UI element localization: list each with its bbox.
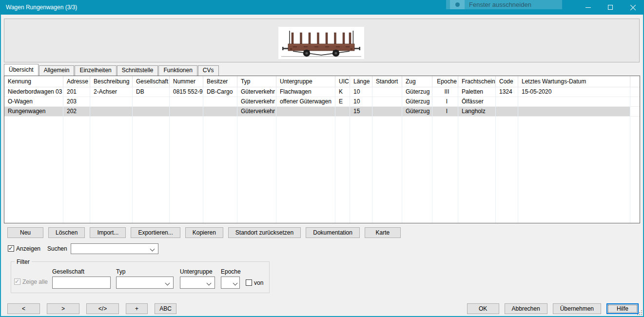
- column-header-besitzer[interactable]: Besitzer: [203, 76, 237, 87]
- table-filler: [4, 117, 640, 223]
- resize-grip-icon[interactable]: [637, 310, 642, 315]
- search-combobox[interactable]: [71, 243, 158, 254]
- minimize-button[interactable]: [577, 0, 599, 15]
- forward-button[interactable]: >: [47, 303, 79, 314]
- cell-nummer: 0815 552-9: [170, 87, 203, 97]
- uebernehmen-button[interactable]: Übernehmen: [553, 303, 601, 314]
- cell-adresse: 201: [63, 87, 90, 97]
- column-header-zug[interactable]: Zug: [402, 76, 432, 87]
- loeschen-button[interactable]: Löschen: [48, 227, 85, 238]
- hilfe-button[interactable]: Hilfe: [606, 303, 639, 314]
- close-button[interactable]: [622, 0, 644, 15]
- grid-column-uic: [335, 117, 350, 223]
- tab-allgemein[interactable]: Allgemein: [39, 65, 75, 76]
- column-header-kennung[interactable]: Kennung: [4, 76, 63, 87]
- anzeigen-checkbox[interactable]: [8, 245, 14, 252]
- cell-nummer: [170, 107, 203, 116]
- minimize-icon: [585, 7, 591, 8]
- cell-epoche: I: [432, 97, 458, 106]
- von-checkbox[interactable]: [246, 279, 252, 286]
- add-button[interactable]: +: [126, 303, 148, 314]
- cell-laenge: 10: [350, 97, 372, 106]
- column-header-laenge[interactable]: Länge: [350, 76, 372, 87]
- grid-column-epoche: [432, 117, 458, 223]
- abbrechen-button[interactable]: Abbrechen: [505, 303, 547, 314]
- maximize-button[interactable]: [599, 0, 622, 15]
- karte-button[interactable]: Karte: [365, 227, 401, 238]
- cell-besitzer: [203, 107, 237, 116]
- table-row-3[interactable]: Rungenwagen202Güterverkehr15GüterzugILan…: [4, 107, 640, 117]
- chevron-down-icon: [233, 281, 238, 286]
- standort-zuruecksetzen-button[interactable]: Standort zurücksetzen: [228, 227, 301, 238]
- cell-epoche: I: [432, 107, 458, 116]
- grid-column-code: [496, 117, 518, 223]
- table-row-1[interactable]: Niederbordwagen 032012-AchserDB0815 552-…: [4, 87, 640, 97]
- cell-kennung: Rungenwagen: [4, 107, 63, 116]
- cell-kennung: O-Wagen: [4, 97, 63, 106]
- typ-filter-combobox[interactable]: [116, 277, 174, 289]
- back-button[interactable]: <: [7, 303, 40, 314]
- column-header-untergruppe[interactable]: Untergruppe: [276, 76, 335, 87]
- ok-button[interactable]: OK: [467, 303, 499, 314]
- tab-schnittstelle[interactable]: Schnittstelle: [117, 65, 158, 76]
- table-header: KennungAdresseBeschreibungGesellschaftNu…: [4, 76, 640, 87]
- grid-column-untergruppe: [276, 117, 335, 223]
- grid-column-letztes-wartungs-datum: [518, 117, 630, 223]
- code-view-button[interactable]: </>: [86, 303, 119, 314]
- kopieren-button[interactable]: Kopieren: [185, 227, 223, 238]
- dokumentation-button[interactable]: Dokumentation: [306, 227, 360, 238]
- cell-zug: Güterzug: [402, 87, 432, 97]
- column-header-nummer[interactable]: Nummer: [170, 76, 203, 87]
- epoche-filter-combobox[interactable]: [221, 277, 240, 289]
- column-header-gesellschaft[interactable]: Gesellschaft: [133, 76, 170, 87]
- cell-zug: Güterzug: [402, 107, 432, 116]
- gesellschaft-filter-input[interactable]: [52, 277, 111, 289]
- cell-adresse: 203: [63, 97, 90, 106]
- grid-column-besitzer: [203, 117, 237, 223]
- column-header-frachtschein[interactable]: Frachtschein: [458, 76, 496, 87]
- untergruppe-filter-combobox[interactable]: [180, 277, 215, 289]
- wagon-image: [278, 27, 364, 59]
- column-header-letztes-wartungs-datum[interactable]: Letztes Wartungs-Datum: [518, 76, 630, 87]
- cell-epoche: III: [432, 87, 458, 97]
- column-header-epoche[interactable]: Epoche: [432, 76, 458, 87]
- tab-funktionen[interactable]: Funktionen: [158, 65, 197, 76]
- cell-beschreibung: 2-Achser: [90, 87, 133, 97]
- titlebar[interactable]: Wagen Rungenwagen (3/3) Fenster ausschne…: [0, 0, 644, 15]
- cell-gesellschaft: DB: [133, 87, 170, 97]
- cell-gesellschaft: [133, 107, 170, 116]
- chevron-down-icon: [150, 247, 155, 252]
- flatcar-illustration: [278, 27, 364, 59]
- neu-button[interactable]: Neu: [7, 227, 43, 238]
- von-label: von: [254, 279, 263, 286]
- cell-untergruppe: [276, 107, 335, 116]
- filter-groupbox: Filter Zeige alle Gesellschaft Typ Unter…: [11, 261, 270, 293]
- tab-einzelheiten[interactable]: Einzelheiten: [75, 65, 116, 76]
- grid-column-kennung: [4, 117, 63, 223]
- cell-besitzer: [203, 97, 237, 106]
- close-icon: [630, 4, 636, 11]
- table-row-2[interactable]: O-Wagen203Güterverkehroffener Güterwagen…: [4, 97, 640, 107]
- grid-column-standort: [372, 117, 402, 223]
- cell-untergruppe: offener Güterwagen: [276, 97, 335, 106]
- cell-uic: E: [335, 97, 350, 106]
- cell-uic: [335, 107, 350, 116]
- column-header-typ[interactable]: Typ: [237, 76, 276, 87]
- wagon-table[interactable]: KennungAdresseBeschreibungGesellschaftNu…: [4, 76, 640, 223]
- cell-zug: Güterzug: [402, 97, 432, 106]
- tab-uebersicht[interactable]: Übersicht: [4, 64, 39, 76]
- epoche-filter-label: Epoche: [221, 268, 241, 275]
- column-header-standort[interactable]: Standort: [372, 76, 402, 87]
- import-button[interactable]: Import...: [90, 227, 126, 238]
- cell-beschreibung: [90, 97, 133, 106]
- grid-column-beschreibung: [90, 117, 133, 223]
- cell-frachtschein: Paletten: [458, 87, 496, 97]
- abc-button[interactable]: ABC: [155, 303, 176, 314]
- column-header-beschreibung[interactable]: Beschreibung: [90, 76, 133, 87]
- column-header-uic[interactable]: UIC: [335, 76, 350, 87]
- exportieren-button[interactable]: Exportieren...: [131, 227, 180, 238]
- tab-bar: ÜbersichtAllgemeinEinzelheitenSchnittste…: [4, 64, 219, 76]
- column-header-code[interactable]: Code: [496, 76, 518, 87]
- tab-cvs[interactable]: CVs: [198, 65, 219, 76]
- column-header-adresse[interactable]: Adresse: [63, 76, 90, 87]
